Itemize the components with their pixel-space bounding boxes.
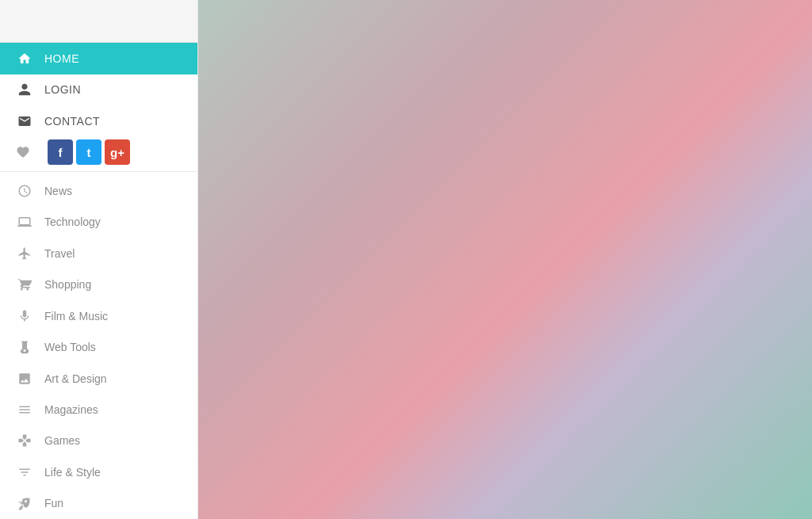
cat-item-film-music[interactable]: Film & Music bbox=[0, 300, 197, 331]
cat-label-art-design: Art & Design bbox=[44, 372, 107, 385]
cat-item-life-style[interactable]: Life & Style bbox=[0, 456, 197, 487]
sidebar-logo bbox=[0, 0, 197, 43]
cat-label-shopping: Shopping bbox=[44, 278, 91, 291]
nav-item-login[interactable]: LOGIN bbox=[0, 74, 197, 105]
envelope-icon bbox=[16, 114, 33, 128]
cat-label-life-style: Life & Style bbox=[44, 466, 101, 479]
mic-icon bbox=[16, 309, 33, 323]
filter-icon bbox=[16, 465, 33, 479]
cat-item-web-tools[interactable]: Web Tools bbox=[0, 331, 197, 362]
cat-label-fun: Fun bbox=[44, 497, 63, 509]
list-icon bbox=[16, 403, 33, 417]
cart-icon bbox=[16, 277, 33, 292]
nav-item-contact[interactable]: CONTACT bbox=[0, 105, 197, 136]
rocket-icon bbox=[16, 496, 33, 510]
monitor-icon bbox=[16, 215, 33, 229]
facebook-button[interactable]: f bbox=[48, 139, 73, 165]
cat-item-fun[interactable]: Fun bbox=[0, 488, 197, 519]
heart-icon bbox=[16, 145, 33, 159]
nav-label-login: LOGIN bbox=[44, 83, 81, 96]
user-icon bbox=[16, 82, 33, 97]
cat-label-film-music: Film & Music bbox=[44, 310, 108, 322]
sidebar: HOME LOGIN CONTACT f t g+ News Te bbox=[0, 0, 198, 519]
cat-item-technology[interactable]: Technology bbox=[0, 207, 197, 238]
nav-label-contact: CONTACT bbox=[44, 115, 100, 128]
cat-item-art-design[interactable]: Art & Design bbox=[0, 363, 197, 394]
gamepad-icon bbox=[16, 433, 33, 448]
clock-icon bbox=[16, 184, 33, 198]
twitter-button[interactable]: t bbox=[76, 139, 102, 165]
cat-label-games: Games bbox=[44, 434, 80, 447]
cat-label-magazines: Magazines bbox=[44, 403, 98, 416]
divider bbox=[0, 171, 197, 172]
cat-item-magazines[interactable]: Magazines bbox=[0, 394, 197, 425]
cat-label-web-tools: Web Tools bbox=[44, 341, 96, 353]
nav-label-home: HOME bbox=[44, 52, 79, 65]
googleplus-button[interactable]: g+ bbox=[105, 139, 130, 165]
cat-item-travel[interactable]: Travel bbox=[0, 238, 197, 269]
nav-item-home[interactable]: HOME bbox=[0, 43, 197, 74]
home-icon bbox=[16, 52, 33, 66]
cat-label-travel: Travel bbox=[44, 247, 75, 260]
cat-item-shopping[interactable]: Shopping bbox=[0, 269, 197, 300]
cat-label-news: News bbox=[44, 185, 72, 197]
cat-item-games[interactable]: Games bbox=[0, 426, 197, 456]
main-content bbox=[198, 0, 812, 519]
cat-label-technology: Technology bbox=[44, 216, 101, 228]
cat-item-news[interactable]: News bbox=[0, 175, 197, 206]
social-row: f t g+ bbox=[0, 137, 197, 168]
plane-icon bbox=[16, 246, 33, 261]
image-icon bbox=[16, 372, 33, 386]
flask-icon bbox=[16, 340, 33, 354]
